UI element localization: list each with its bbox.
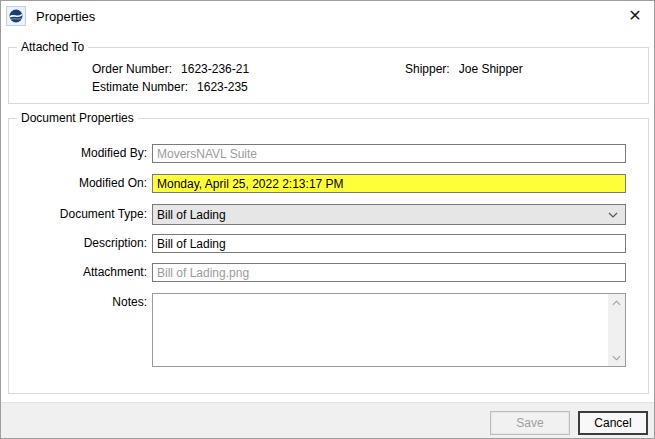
window-title: Properties — [36, 9, 95, 24]
document-type-dropdown[interactable]: Bill of Lading — [152, 204, 626, 225]
document-properties-group: Document Properties Modified By: Modifie… — [8, 118, 649, 394]
modified-on-label: Modified On: — [9, 174, 147, 193]
attachment-label: Attachment: — [9, 263, 147, 282]
notes-text[interactable] — [154, 295, 607, 365]
order-number-value: 1623-236-21 — [181, 62, 249, 76]
scroll-up-icon[interactable] — [608, 294, 625, 311]
document-type-label: Document Type: — [9, 204, 147, 225]
chevron-down-icon — [605, 205, 621, 224]
modified-on-row: Modified On: — [9, 174, 648, 193]
attachment-row: Attachment: — [9, 263, 648, 282]
document-type-row: Document Type: Bill of Lading — [9, 204, 648, 225]
modified-on-field[interactable] — [152, 174, 626, 193]
globe-logo-icon — [8, 8, 24, 24]
shipper-label: Shipper: — [405, 62, 450, 76]
description-row: Description: — [9, 234, 648, 253]
scroll-down-icon[interactable] — [608, 349, 625, 366]
estimate-number-label: Estimate Number: — [92, 80, 188, 94]
estimate-number-row: Estimate Number:1623-235 — [92, 80, 248, 94]
shipper-row: Shipper:Joe Shipper — [405, 62, 523, 76]
app-logo-icon[interactable] — [6, 6, 26, 26]
modified-by-label: Modified By: — [9, 144, 147, 163]
properties-dialog: Properties ✕ Attached To Order Number:16… — [0, 0, 655, 439]
modified-by-row: Modified By: — [9, 144, 648, 163]
footer-bar: Save Cancel — [1, 402, 654, 438]
attached-to-group: Attached To Order Number:1623-236-21 Shi… — [8, 47, 649, 104]
document-type-value: Bill of Lading — [157, 208, 226, 222]
description-field[interactable] — [152, 234, 626, 253]
shipper-value: Joe Shipper — [459, 62, 523, 76]
notes-field[interactable] — [152, 293, 626, 367]
save-button[interactable]: Save — [490, 411, 570, 435]
attached-to-legend: Attached To — [17, 40, 88, 54]
estimate-number-value: 1623-235 — [197, 80, 248, 94]
close-button[interactable]: ✕ — [624, 5, 646, 27]
order-number-label: Order Number: — [92, 62, 172, 76]
description-label: Description: — [9, 234, 147, 253]
document-properties-legend: Document Properties — [17, 111, 138, 125]
notes-scrollbar[interactable] — [608, 294, 625, 366]
titlebar[interactable]: Properties ✕ — [1, 1, 654, 31]
cancel-button[interactable]: Cancel — [578, 411, 648, 435]
notes-row: Notes: — [9, 293, 648, 367]
order-number-row: Order Number:1623-236-21 — [92, 62, 249, 76]
modified-by-field[interactable] — [152, 144, 626, 163]
notes-label: Notes: — [9, 293, 147, 312]
attachment-field[interactable] — [152, 263, 626, 282]
